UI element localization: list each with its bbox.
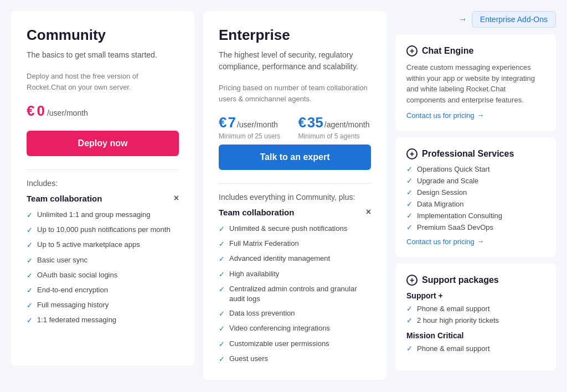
check-icon: ✓ <box>406 223 413 231</box>
chat-engine-body: Create custom messaging experiences with… <box>406 62 545 105</box>
check-icon: ✓ <box>27 240 33 250</box>
addons-sidebar: → Enterprise Add-Ons + Chat Engine Creat… <box>395 11 556 370</box>
community-divider <box>27 169 179 170</box>
list-item: ✓Implementation Consulting <box>406 212 545 220</box>
addons-tab-row: → Enterprise Add-Ons <box>395 11 556 28</box>
support-packages-plus-icon: + <box>406 275 417 286</box>
list-item: ✓High availability <box>219 269 371 280</box>
list-item: ✓Operations Quick Start <box>406 165 545 173</box>
check-icon: ✓ <box>406 165 413 173</box>
support-plus-list: ✓Phone & email support ✓2 hour high prio… <box>406 305 545 324</box>
enterprise-divider <box>219 183 371 184</box>
list-item: ✓Design Session <box>406 188 545 197</box>
chat-engine-contact-arrow: → <box>477 111 484 120</box>
check-icon: ✓ <box>406 305 413 313</box>
enterprise-agent-currency: € <box>298 114 306 131</box>
enterprise-agent-period: /agent/month <box>324 120 370 129</box>
community-card: Community The basics to get small teams … <box>11 11 194 365</box>
enterprise-user-amount: 7 <box>228 114 235 131</box>
community-subtitle: The basics to get small teams started. <box>27 49 179 61</box>
enterprise-includes-label: Includes everything in Community, plus: <box>219 193 371 202</box>
mission-critical-label: Mission Critical <box>406 331 545 340</box>
check-icon: ✓ <box>27 225 33 235</box>
professional-services-plus-icon: + <box>406 148 417 159</box>
list-item: ✓OAuth basic social logins <box>27 270 179 281</box>
check-icon: ✓ <box>219 270 225 280</box>
chat-engine-title-row: + Chat Engine <box>406 45 545 56</box>
community-description: Deploy and host the free version of Rock… <box>27 71 179 92</box>
check-icon: ✓ <box>27 210 33 220</box>
community-price-currency: € <box>27 102 34 120</box>
enterprise-agent-price-col: € 35 /agent/month Minimum of 5 agents <box>298 114 369 140</box>
check-icon: ✓ <box>27 256 33 266</box>
enterprise-title: Enterprise <box>219 27 371 44</box>
community-title: Community <box>27 27 179 44</box>
list-item: ✓Up to 10,000 push notifications per mon… <box>27 225 179 235</box>
list-item: ✓Phone & email support <box>406 305 545 313</box>
community-price-block: € 0 /user/month <box>27 102 179 120</box>
enterprise-feature-group-title: Team collaboration × <box>219 207 371 217</box>
check-icon: ✓ <box>219 239 225 249</box>
check-icon: ✓ <box>406 212 413 220</box>
check-icon: ✓ <box>406 188 413 197</box>
chat-engine-title: Chat Engine <box>422 46 473 56</box>
community-feature-group-name: Team collaboration <box>27 194 102 203</box>
professional-services-title-row: + Professional Services <box>406 148 545 159</box>
chat-engine-contact-link[interactable]: Contact us for pricing → <box>406 111 545 120</box>
enterprise-card: Enterprise The highest level of security… <box>203 11 386 380</box>
check-icon: ✓ <box>219 339 225 349</box>
community-includes-label: Includes: <box>27 179 179 188</box>
community-feature-group-title: Team collaboration × <box>27 193 179 203</box>
professional-services-list: ✓Operations Quick Start ✓Upgrade and Sca… <box>406 165 545 231</box>
enterprise-agent-amount: 35 <box>307 114 323 131</box>
enterprise-feature-list: ✓Unlimited & secure push notifications ✓… <box>219 224 371 364</box>
list-item: ✓Unlimited 1:1 and group messaging <box>27 210 179 220</box>
list-item: ✓Unlimited & secure push notifications <box>219 224 371 234</box>
list-item: ✓Upgrade and Scale <box>406 177 545 185</box>
enterprise-agent-price-main: € 35 /agent/month <box>298 114 369 131</box>
enterprise-feature-group-name: Team collaboration <box>219 208 294 217</box>
check-icon: ✓ <box>406 200 413 208</box>
check-icon: ✓ <box>219 254 225 264</box>
list-item: ✓Premium SaaS DevOps <box>406 223 545 231</box>
enterprise-addons-tab[interactable]: Enterprise Add-Ons <box>472 11 556 28</box>
support-packages-title-row: + Support packages <box>406 275 545 286</box>
check-icon: ✓ <box>406 177 413 185</box>
check-icon: ✓ <box>406 316 413 324</box>
check-icon: ✓ <box>27 316 33 326</box>
enterprise-user-minimum: Minimum of 25 users <box>219 132 280 140</box>
list-item: ✓Advanced identity management <box>219 254 371 264</box>
support-packages-title: Support packages <box>422 275 499 285</box>
check-icon: ✓ <box>219 224 225 234</box>
enterprise-feature-close[interactable]: × <box>366 207 371 217</box>
check-icon: ✓ <box>27 271 33 281</box>
list-item: ✓Customizable user permissions <box>219 339 371 349</box>
check-icon: ✓ <box>27 286 33 296</box>
list-item: ✓Full Matrix Federation <box>219 239 371 249</box>
list-item: ✓1:1 federated messaging <box>27 315 179 326</box>
addons-arrow-icon: → <box>458 14 467 24</box>
support-packages-section: + Support packages Support + ✓Phone & em… <box>395 264 556 370</box>
chat-engine-section: + Chat Engine Create custom messaging ex… <box>395 34 556 131</box>
community-feature-close[interactable]: × <box>174 193 179 203</box>
community-price-main: € 0 /user/month <box>27 102 179 120</box>
community-price-amount: 0 <box>37 102 44 120</box>
enterprise-user-price-col: € 7 /user/month Minimum of 25 users <box>219 114 280 140</box>
list-item: ✓2 hour high priority tickets <box>406 316 545 324</box>
enterprise-subtitle: The highest level of security, regulator… <box>219 49 371 73</box>
list-item: ✓Up to 5 active marketplace apps <box>27 240 179 250</box>
professional-services-section: + Professional Services ✓Operations Quic… <box>395 137 556 257</box>
talk-to-expert-button[interactable]: Talk to an expert <box>219 145 371 170</box>
check-icon: ✓ <box>406 344 413 353</box>
professional-services-contact-link[interactable]: Contact us for pricing → <box>406 237 545 246</box>
pricing-container: Community The basics to get small teams … <box>11 11 556 380</box>
list-item: ✓Guest users <box>219 354 371 364</box>
enterprise-agent-minimum: Minimum of 5 agents <box>298 132 369 140</box>
enterprise-price-row: € 7 /user/month Minimum of 25 users € 35… <box>219 114 371 140</box>
deploy-now-button[interactable]: Deploy now <box>27 131 179 156</box>
enterprise-user-currency: € <box>219 114 226 131</box>
community-feature-list: ✓Unlimited 1:1 and group messaging ✓Up t… <box>27 210 179 326</box>
enterprise-user-price-main: € 7 /user/month <box>219 114 280 131</box>
list-item: ✓Data loss prevention <box>219 308 371 319</box>
check-icon: ✓ <box>219 324 225 334</box>
